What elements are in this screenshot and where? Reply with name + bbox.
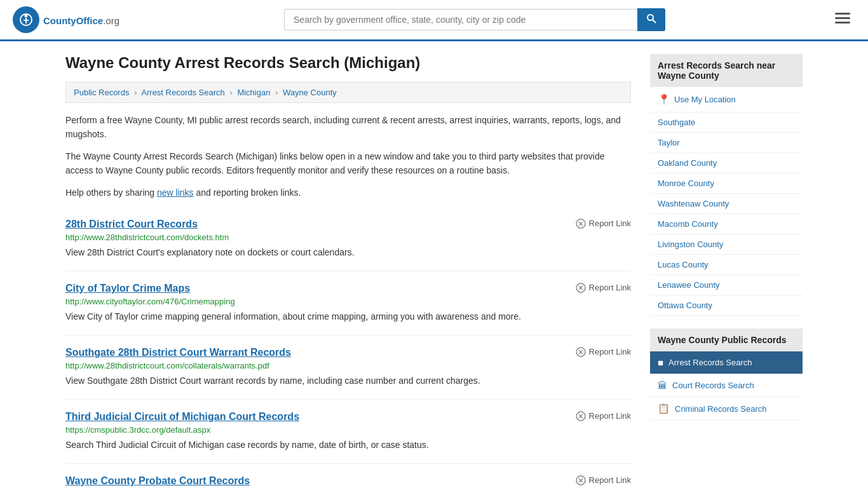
record-description: View City of Taylor crime mapping genera… [65, 310, 631, 323]
sidebar-link-oakland[interactable]: Oakland County [650, 153, 803, 173]
nearby-section: Arrest Records Search near Wayne County … [650, 54, 803, 316]
search-bar-container [284, 8, 665, 31]
report-icon [576, 283, 586, 293]
svg-rect-9 [835, 22, 850, 24]
breadcrumb-michigan[interactable]: Michigan [237, 88, 270, 97]
desc-paragraph-2: The Wayne County Arrest Records Search (… [65, 149, 631, 178]
record-header: 28th District Court Records Report Link [65, 219, 631, 230]
report-link-button[interactable]: Report Link [576, 219, 631, 229]
menu-button[interactable] [830, 9, 855, 30]
list-item: Lucas County [650, 255, 803, 275]
list-item: Lenawee County [650, 275, 803, 295]
desc-paragraph-1: Perform a free Wayne County, MI public a… [65, 113, 631, 142]
sidebar-link-monroe[interactable]: Monroe County [650, 173, 803, 194]
record-title[interactable]: Third Judicial Circuit of Michigan Court… [65, 411, 299, 423]
list-item: Washtenaw County [650, 194, 803, 214]
breadcrumb: Public Records › Arrest Records Search ›… [65, 82, 631, 103]
logo-area: CountyOffice.org [13, 6, 119, 33]
public-records-section: Wayne County Public Records ■ Arrest Rec… [650, 329, 803, 421]
record-header: Third Judicial Circuit of Michigan Court… [65, 411, 631, 423]
header: CountyOffice.org [0, 0, 868, 41]
search-button[interactable] [637, 8, 665, 31]
page-title: Wayne County Arrest Records Search (Mich… [65, 54, 631, 72]
criminal-icon: 📋 [658, 403, 670, 414]
record-description: View Southgate 28th District Court warra… [65, 374, 631, 388]
public-records-title: Wayne County Public Records [650, 329, 803, 351]
report-icon [576, 411, 586, 421]
record-title[interactable]: 28th District Court Records [65, 219, 198, 230]
list-item: Macomb County [650, 214, 803, 234]
sidebar-link-southgate[interactable]: Southgate [650, 112, 803, 133]
record-item: Southgate 28th District Court Warrant Re… [65, 336, 631, 400]
desc-paragraph-3: Help others by sharing new links and rep… [65, 186, 631, 200]
records-list: 28th District Court Records Report Link … [65, 207, 631, 488]
list-item: Southgate [650, 112, 803, 133]
report-icon [576, 219, 586, 229]
list-item: Monroe County [650, 173, 803, 194]
sidebar-link-taylor[interactable]: Taylor [650, 133, 803, 153]
record-title[interactable]: Wayne County Probate Court Records [65, 475, 250, 487]
svg-rect-7 [835, 13, 850, 15]
use-location-button[interactable]: 📍 Use My Location [650, 87, 803, 112]
nearby-links-list: Southgate Taylor Oakland County Monroe C… [650, 112, 803, 316]
list-item: ■ Arrest Records Search [650, 351, 803, 374]
record-url: http://www.28thdistrictcourt.com/dockets… [65, 233, 631, 242]
record-item: 28th District Court Records Report Link … [65, 207, 631, 271]
record-header: City of Taylor Crime Maps Report Link [65, 283, 631, 294]
svg-line-6 [653, 20, 656, 23]
sidebar-court-records-link[interactable]: 🏛 Court Records Search [650, 374, 803, 396]
sidebar-link-lucas[interactable]: Lucas County [650, 255, 803, 275]
record-title[interactable]: Southgate 28th District Court Warrant Re… [65, 347, 291, 358]
description-area: Perform a free Wayne County, MI public a… [65, 113, 631, 200]
record-item: Wayne County Probate Court Records Repor… [65, 464, 631, 488]
main-container: Wayne County Arrest Records Search (Mich… [53, 41, 815, 488]
report-icon [576, 475, 586, 485]
search-input[interactable] [284, 9, 637, 30]
list-item: Oakland County [650, 153, 803, 173]
sidebar: Arrest Records Search near Wayne County … [650, 54, 803, 488]
sidebar-link-ottawa[interactable]: Ottawa County [650, 295, 803, 316]
logo-icon [13, 6, 39, 33]
list-item: Livingston County [650, 234, 803, 255]
sidebar-link-washtenaw[interactable]: Washtenaw County [650, 194, 803, 214]
record-item: City of Taylor Crime Maps Report Link ht… [65, 271, 631, 336]
report-link-button[interactable]: Report Link [576, 347, 631, 357]
sidebar-criminal-records-link[interactable]: 📋 Criminal Records Search [650, 397, 803, 420]
sidebar-link-macomb[interactable]: Macomb County [650, 214, 803, 234]
report-link-button[interactable]: Report Link [576, 283, 631, 293]
logo-text: CountyOffice.org [43, 13, 119, 27]
record-header: Wayne County Probate Court Records Repor… [65, 475, 631, 487]
list-item: 📋 Criminal Records Search [650, 397, 803, 421]
list-item: 🏛 Court Records Search [650, 374, 803, 397]
new-links-link[interactable]: new links [157, 187, 194, 198]
report-icon [576, 347, 586, 357]
svg-point-2 [25, 15, 28, 18]
sidebar-link-lenawee[interactable]: Lenawee County [650, 275, 803, 295]
breadcrumb-arrest-records[interactable]: Arrest Records Search [141, 88, 225, 97]
record-url: http://www.28thdistrictcourt.com/collate… [65, 361, 631, 370]
list-item: Taylor [650, 133, 803, 153]
svg-rect-8 [835, 17, 850, 19]
record-url: http://www.cityoftaylor.com/476/Crimemap… [65, 297, 631, 306]
record-url: https://cmspublic.3rdcc.org/default.aspx [65, 425, 631, 435]
breadcrumb-wayne-county[interactable]: Wayne County [283, 88, 337, 97]
record-description: View 28th District Court's explanatory n… [65, 246, 631, 259]
breadcrumb-public-records[interactable]: Public Records [74, 88, 129, 97]
report-link-button[interactable]: Report Link [576, 411, 631, 421]
sidebar-arrest-records-link[interactable]: ■ Arrest Records Search [650, 351, 803, 374]
record-title[interactable]: City of Taylor Crime Maps [65, 283, 190, 294]
public-records-links-list: ■ Arrest Records Search 🏛 Court Records … [650, 351, 803, 421]
record-header: Southgate 28th District Court Warrant Re… [65, 347, 631, 358]
record-item: Third Judicial Circuit of Michigan Court… [65, 400, 631, 464]
sidebar-link-livingston[interactable]: Livingston County [650, 234, 803, 255]
svg-point-5 [648, 15, 653, 20]
location-icon: 📍 [658, 93, 670, 105]
court-icon: 🏛 [658, 380, 667, 391]
list-item: Ottawa County [650, 295, 803, 316]
nearby-section-title: Arrest Records Search near Wayne County [650, 54, 803, 87]
report-link-button[interactable]: Report Link [576, 475, 631, 485]
record-description: Search Third Judicial Circuit of Michiga… [65, 438, 631, 452]
content-area: Wayne County Arrest Records Search (Mich… [65, 54, 631, 488]
use-location-label: Use My Location [674, 95, 736, 104]
arrest-icon: ■ [658, 357, 663, 368]
